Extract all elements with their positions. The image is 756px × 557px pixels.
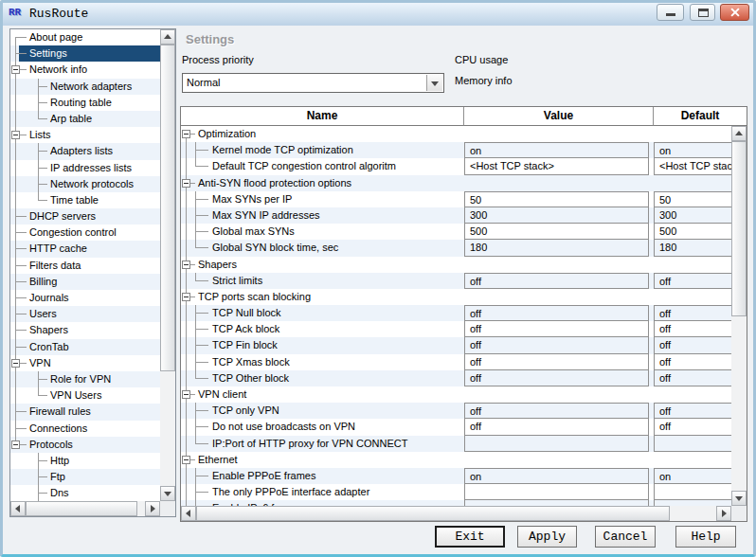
value-cell[interactable]: on <box>464 468 649 484</box>
table-row[interactable]: Default TCP congestion control algoritm<… <box>181 158 747 174</box>
tree-item[interactable]: Routing table <box>10 95 160 111</box>
value-cell[interactable]: 300 <box>464 207 649 224</box>
tree-item[interactable]: IP addresses lists <box>10 160 160 176</box>
table-row[interactable]: Global SYN block time, sec180180 <box>181 240 747 256</box>
scrollbar-thumb[interactable] <box>196 506 670 521</box>
tree-item[interactable]: Users <box>10 306 160 322</box>
value-cell[interactable]: 500 <box>464 224 649 240</box>
expand-minus-icon[interactable] <box>182 456 190 464</box>
close-button[interactable] <box>720 4 749 21</box>
value-cell[interactable] <box>464 436 649 452</box>
column-header-default[interactable]: Default <box>654 107 747 126</box>
value-cell[interactable]: off <box>464 370 649 386</box>
table-row[interactable]: TCP Xmas blockoffoff <box>181 354 747 370</box>
value-cell[interactable]: on <box>464 142 649 158</box>
tree-item[interactable]: VPN Users <box>10 387 160 404</box>
exit-button[interactable]: Exit <box>435 526 505 548</box>
tree-item[interactable]: HTTP cache <box>10 241 160 257</box>
table-row[interactable]: TCP Null blockoffoff <box>181 305 747 321</box>
tree-item[interactable]: Time table <box>10 192 160 208</box>
tree-item[interactable]: Filters data <box>10 258 160 274</box>
table-row[interactable]: Anti-SYN flood protection options <box>181 175 747 191</box>
value-cell[interactable]: off <box>464 305 649 321</box>
value-cell[interactable]: 180 <box>464 240 649 256</box>
column-header-name[interactable]: Name <box>181 107 464 126</box>
tree-item[interactable]: Network adapters <box>10 79 160 95</box>
table-row[interactable]: Optimization <box>181 126 747 142</box>
table-row[interactable]: TCP ports scan blocking <box>181 289 747 305</box>
tree-vertical-scrollbar[interactable] <box>160 29 175 501</box>
table-row[interactable]: The only PPPoE interface adapter <box>181 484 747 500</box>
expand-minus-icon[interactable] <box>182 179 190 188</box>
scroll-down-button[interactable] <box>160 486 175 501</box>
table-row[interactable]: TCP Other blockoffoff <box>181 370 747 386</box>
help-button[interactable]: Help <box>675 526 736 548</box>
tree-item[interactable]: Firewall rules <box>10 404 160 420</box>
value-cell[interactable]: off <box>464 419 649 435</box>
table-row[interactable]: Max SYNs per IP5050 <box>181 191 747 207</box>
expand-minus-icon[interactable] <box>182 130 190 138</box>
value-cell[interactable]: off <box>464 403 649 419</box>
table-row[interactable]: TCP only VPNoffoff <box>181 403 747 419</box>
tree-item[interactable]: Role for VPN <box>10 371 160 387</box>
tree-item[interactable]: Journals <box>10 290 160 306</box>
tree-item[interactable]: Settings <box>10 45 160 62</box>
table-row[interactable]: VPN client <box>181 386 747 403</box>
cancel-button[interactable]: Cancel <box>595 526 656 548</box>
table-row[interactable]: Global max SYNs500500 <box>181 224 747 240</box>
value-cell[interactable]: off <box>464 337 649 353</box>
tree-item[interactable]: Network protocols <box>10 176 160 192</box>
expand-minus-icon[interactable] <box>11 440 20 449</box>
tree-item[interactable]: Http <box>10 453 160 469</box>
scroll-up-button[interactable] <box>731 126 747 141</box>
table-row[interactable]: Enable PPPoE framesonon <box>181 468 747 484</box>
expand-minus-icon[interactable] <box>11 359 20 368</box>
tree-horizontal-scrollbar[interactable] <box>10 501 160 516</box>
tree-item[interactable]: DHCP servers <box>10 208 160 225</box>
table-row[interactable]: Shapers <box>181 257 747 273</box>
value-cell[interactable]: 50 <box>464 191 649 207</box>
table-row[interactable]: TCP Fin blockoffoff <box>181 337 747 353</box>
expand-minus-icon[interactable] <box>11 131 20 139</box>
expand-minus-icon[interactable] <box>182 390 190 399</box>
table-row[interactable]: IP:Port of HTTP proxy for VPN CONNECT <box>181 436 747 452</box>
table-row[interactable]: Ethernet <box>181 452 747 468</box>
scrollbar-thumb[interactable] <box>731 141 747 316</box>
scrollbar-thumb[interactable] <box>26 501 137 516</box>
apply-button[interactable]: Apply <box>517 526 577 548</box>
tree-item[interactable]: Connections <box>10 421 160 437</box>
scrollbar-thumb[interactable] <box>160 45 175 371</box>
tree-item[interactable]: Protocols <box>10 437 160 453</box>
tree-item[interactable]: VPN <box>10 355 160 371</box>
column-header-value[interactable]: Value <box>464 107 654 126</box>
value-cell[interactable]: off <box>464 321 649 337</box>
process-priority-select[interactable]: Normal <box>182 73 444 93</box>
scroll-up-button[interactable] <box>160 29 175 45</box>
scroll-right-button[interactable] <box>716 506 731 521</box>
table-row[interactable]: Do not use broadcasts on VPNoffoff <box>181 419 747 435</box>
expand-minus-icon[interactable] <box>182 261 190 269</box>
tree-item[interactable]: Adapters lists <box>10 143 160 159</box>
scroll-left-button[interactable] <box>10 501 26 516</box>
value-cell[interactable]: off <box>464 273 649 289</box>
maximize-button[interactable] <box>690 4 715 21</box>
combo-dropdown-button[interactable] <box>426 75 442 91</box>
tree-item[interactable]: About page <box>10 29 160 45</box>
tree-item[interactable]: Dns <box>10 485 160 501</box>
scroll-right-button[interactable] <box>145 501 160 516</box>
tree-item[interactable]: Network info <box>10 62 160 78</box>
tree-item[interactable]: CronTab <box>10 339 160 355</box>
scroll-down-button[interactable] <box>731 491 747 506</box>
value-cell[interactable]: <Host TCP stack> <box>464 158 649 174</box>
table-row[interactable]: Max SYN IP addresses300300 <box>181 207 747 224</box>
scroll-left-button[interactable] <box>181 506 196 521</box>
table-row[interactable]: Strict limitsoffoff <box>181 273 747 289</box>
value-cell[interactable]: off <box>464 354 649 370</box>
expand-minus-icon[interactable] <box>182 293 190 301</box>
tree-item[interactable]: Arp table <box>10 111 160 127</box>
tree-item[interactable]: Lists <box>10 127 160 143</box>
table-horizontal-scrollbar[interactable] <box>181 506 731 521</box>
minimize-button[interactable] <box>657 4 684 21</box>
table-row[interactable]: Kernel mode TCP optimizationonon <box>181 142 747 158</box>
expand-minus-icon[interactable] <box>11 65 20 74</box>
